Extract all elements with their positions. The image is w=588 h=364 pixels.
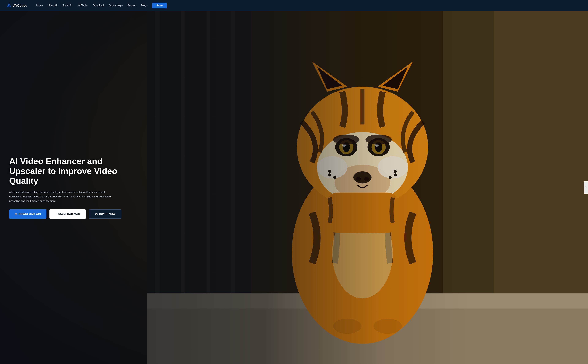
blog-chevron-icon: › <box>147 5 147 6</box>
hero-subtitle: AI-based video upscaling and video quali… <box>9 190 113 203</box>
hero-buttons: ⊞ DOWNLOAD WIN DOWNLOAD MAC 🛍 BUY IT NOW <box>9 209 122 219</box>
shopping-bag-icon: 🛍 <box>95 212 98 216</box>
store-button[interactable]: Store <box>152 3 167 8</box>
video-ai-chevron-icon: › <box>57 5 58 6</box>
nav-support[interactable]: Support <box>128 4 136 7</box>
hero-content: AI Video Enhancer and Upscaler to Improv… <box>0 156 132 219</box>
nav-home[interactable]: Home <box>36 4 43 7</box>
nav-links: Home Video AI › Photo AI › AI Tools › Do… <box>36 3 582 8</box>
download-win-button[interactable]: ⊞ DOWNLOAD WIN <box>9 209 47 219</box>
nav-ai-tools[interactable]: AI Tools › <box>78 4 88 7</box>
photo-ai-chevron-icon: › <box>73 5 73 6</box>
logo-text: AVCLabs <box>13 4 27 7</box>
nav-download[interactable]: Download <box>93 4 104 7</box>
avclabs-logo-icon <box>6 3 12 8</box>
windows-icon: ⊞ <box>15 212 17 216</box>
right-tab-label: H <box>585 187 587 188</box>
download-mac-button[interactable]: DOWNLOAD MAC <box>49 209 86 219</box>
hero-section: AI Video Enhancer and Upscaler to Improv… <box>0 11 588 364</box>
nav-blog[interactable]: Blog › <box>141 4 147 7</box>
nav-online-help[interactable]: Online Help › <box>109 4 123 7</box>
right-edge-tab[interactable]: H <box>584 181 588 194</box>
logo-link[interactable]: AVCLabs <box>6 3 27 8</box>
navbar: AVCLabs Home Video AI › Photo AI › AI To… <box>0 0 588 11</box>
hero-title: AI Video Enhancer and Upscaler to Improv… <box>9 156 122 186</box>
nav-video-ai[interactable]: Video AI › <box>48 4 58 7</box>
ai-tools-chevron-icon: › <box>87 5 88 6</box>
nav-photo-ai[interactable]: Photo AI › <box>63 4 73 7</box>
buy-now-button[interactable]: 🛍 BUY IT NOW <box>89 209 121 219</box>
online-help-chevron-icon: › <box>122 5 123 6</box>
